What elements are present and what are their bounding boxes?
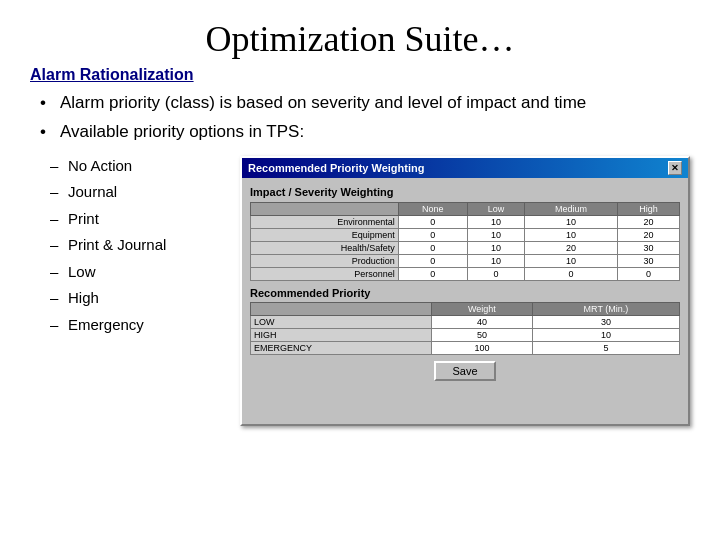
rec-cell-0-mrt: 30 bbox=[532, 315, 679, 328]
impact-cell-2-none: 0 bbox=[398, 241, 467, 254]
rec-col-header-empty bbox=[251, 302, 432, 315]
impact-cell-3-low: 10 bbox=[467, 254, 525, 267]
impact-cell-3-medium: 10 bbox=[525, 254, 618, 267]
impact-cell-0-high: 20 bbox=[617, 215, 679, 228]
impact-row-label-0: Environmental bbox=[251, 215, 399, 228]
impact-cell-2-high: 30 bbox=[617, 241, 679, 254]
impact-cell-1-medium: 10 bbox=[525, 228, 618, 241]
impact-cell-4-medium: 0 bbox=[525, 267, 618, 280]
table-row: EMERGENCY 100 5 bbox=[251, 341, 680, 354]
impact-col-header-low: Low bbox=[467, 202, 525, 215]
dialog-close-button[interactable]: ✕ bbox=[668, 161, 682, 175]
impact-cell-0-none: 0 bbox=[398, 215, 467, 228]
main-page: Optimization Suite… Alarm Rationalizatio… bbox=[0, 0, 720, 540]
rec-cell-2-weight: 100 bbox=[431, 341, 532, 354]
dash-item-0: No Action bbox=[50, 156, 230, 176]
dash-item-4: Low bbox=[50, 262, 230, 282]
impact-cell-4-low: 0 bbox=[467, 267, 525, 280]
recommended-priority-table: Weight MRT (Min.) LOW 40 30 HIGH bbox=[250, 302, 680, 355]
rec-cell-1-weight: 50 bbox=[431, 328, 532, 341]
rec-col-header-weight: Weight bbox=[431, 302, 532, 315]
dash-list: No Action Journal Print Print & Journal … bbox=[30, 156, 230, 426]
impact-row-label-1: Equipment bbox=[251, 228, 399, 241]
table-row: HIGH 50 10 bbox=[251, 328, 680, 341]
bullet-list: Alarm priority (class) is based on sever… bbox=[30, 92, 690, 144]
impact-col-header-medium: Medium bbox=[525, 202, 618, 215]
impact-section-label: Impact / Severity Weighting bbox=[250, 186, 680, 198]
impact-severity-table: None Low Medium High Environmental 0 10 … bbox=[250, 202, 680, 281]
impact-cell-0-medium: 10 bbox=[525, 215, 618, 228]
dash-item-3: Print & Journal bbox=[50, 235, 230, 255]
impact-col-header-none: None bbox=[398, 202, 467, 215]
dialog-titlebar: Recommended Priority Weighting ✕ bbox=[242, 158, 688, 178]
impact-col-header-high: High bbox=[617, 202, 679, 215]
section-heading: Alarm Rationalization bbox=[30, 66, 690, 84]
content-area: No Action Journal Print Print & Journal … bbox=[30, 156, 690, 426]
impact-col-header-empty bbox=[251, 202, 399, 215]
table-row: Production 0 10 10 30 bbox=[251, 254, 680, 267]
rec-row-label-1: HIGH bbox=[251, 328, 432, 341]
table-row: Equipment 0 10 10 20 bbox=[251, 228, 680, 241]
rec-row-label-0: LOW bbox=[251, 315, 432, 328]
dash-item-1: Journal bbox=[50, 182, 230, 202]
page-title: Optimization Suite… bbox=[30, 18, 690, 60]
rec-row-label-2: EMERGENCY bbox=[251, 341, 432, 354]
impact-cell-1-high: 20 bbox=[617, 228, 679, 241]
impact-cell-4-none: 0 bbox=[398, 267, 467, 280]
table-row: LOW 40 30 bbox=[251, 315, 680, 328]
bullet-item-2: Available priority options in TPS: bbox=[40, 121, 690, 144]
table-row: Health/Safety 0 10 20 30 bbox=[251, 241, 680, 254]
impact-row-label-3: Production bbox=[251, 254, 399, 267]
impact-cell-1-low: 10 bbox=[467, 228, 525, 241]
impact-row-label-4: Personnel bbox=[251, 267, 399, 280]
impact-row-label-2: Health/Safety bbox=[251, 241, 399, 254]
recommended-priority-dialog: Recommended Priority Weighting ✕ Impact … bbox=[240, 156, 690, 426]
impact-cell-3-high: 30 bbox=[617, 254, 679, 267]
impact-cell-3-none: 0 bbox=[398, 254, 467, 267]
impact-cell-2-medium: 20 bbox=[525, 241, 618, 254]
recommended-section-label: Recommended Priority bbox=[250, 287, 680, 299]
impact-cell-0-low: 10 bbox=[467, 215, 525, 228]
dialog-title: Recommended Priority Weighting bbox=[248, 162, 424, 174]
impact-cell-1-none: 0 bbox=[398, 228, 467, 241]
impact-cell-4-high: 0 bbox=[617, 267, 679, 280]
dialog-footer: Save bbox=[250, 361, 680, 381]
dash-item-2: Print bbox=[50, 209, 230, 229]
dash-item-6: Emergency bbox=[50, 315, 230, 335]
rec-col-header-mrt: MRT (Min.) bbox=[532, 302, 679, 315]
dialog-body: Impact / Severity Weighting None Low Med… bbox=[242, 178, 688, 387]
rec-cell-1-mrt: 10 bbox=[532, 328, 679, 341]
rec-cell-2-mrt: 5 bbox=[532, 341, 679, 354]
table-row: Environmental 0 10 10 20 bbox=[251, 215, 680, 228]
save-button[interactable]: Save bbox=[434, 361, 495, 381]
dash-item-5: High bbox=[50, 288, 230, 308]
recommended-section: Recommended Priority Weight MRT (Min.) L bbox=[250, 287, 680, 355]
bullet-item-1: Alarm priority (class) is based on sever… bbox=[40, 92, 690, 115]
table-row: Personnel 0 0 0 0 bbox=[251, 267, 680, 280]
rec-cell-0-weight: 40 bbox=[431, 315, 532, 328]
impact-cell-2-low: 10 bbox=[467, 241, 525, 254]
